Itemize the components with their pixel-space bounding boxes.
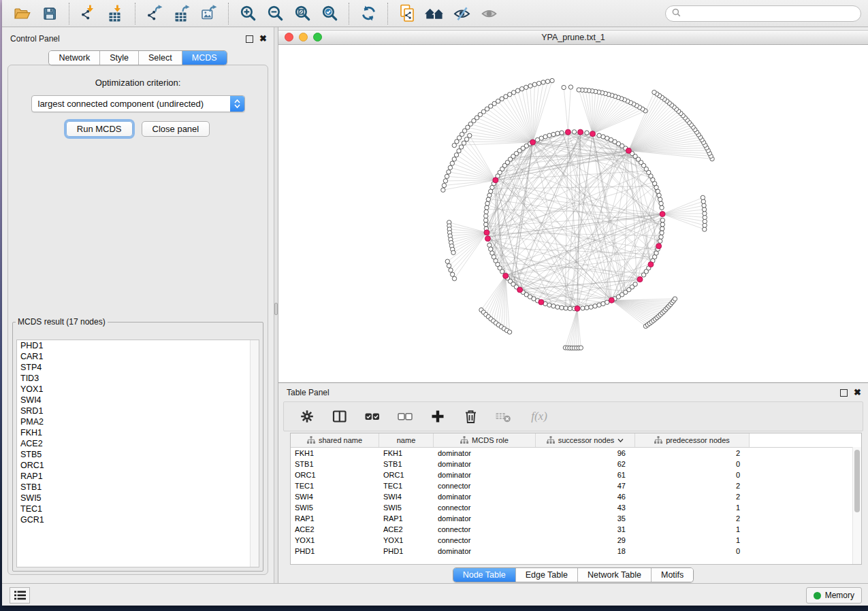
column-header-predecessor-nodes[interactable]: predecessor nodes: [635, 433, 750, 447]
column-header-name[interactable]: name: [379, 433, 434, 447]
mcds-node-item[interactable]: RAP1: [17, 471, 259, 482]
cell-_filler: [750, 524, 861, 535]
refresh-icon[interactable]: [357, 3, 379, 24]
export-image-icon[interactable]: [198, 3, 220, 24]
close-table-panel-icon[interactable]: ✖: [854, 389, 861, 396]
list-scrollbar-track[interactable]: [250, 340, 259, 567]
task-history-button[interactable]: [10, 587, 30, 604]
zoom-selected-icon[interactable]: [319, 3, 340, 24]
sort-chevron-icon: [617, 436, 624, 444]
table-row-YOX1[interactable]: YOX1YOX1connector291: [291, 535, 861, 546]
mcds-node-item[interactable]: ACE2: [17, 438, 259, 449]
run-mcds-button[interactable]: Run MCDS: [66, 121, 133, 137]
optimization-criterion-select[interactable]: largest connected component (undirected): [31, 95, 245, 112]
tab-style[interactable]: Style: [99, 51, 138, 65]
zoom-in-icon[interactable]: [237, 3, 259, 24]
table-row-SWI5[interactable]: SWI5SWI5connector431: [291, 502, 861, 513]
select-all-icon[interactable]: [364, 408, 381, 425]
tab-motifs[interactable]: Motifs: [651, 568, 693, 582]
mcds-node-item[interactable]: TEC1: [17, 503, 259, 514]
network-window-titlebar[interactable]: YPA_prune.txt_1: [278, 30, 868, 45]
mcds-node-item[interactable]: PMA2: [17, 416, 259, 427]
settings-icon[interactable]: [299, 408, 315, 425]
cell-_filler: [750, 459, 861, 469]
mcds-node-item[interactable]: STB1: [17, 482, 259, 493]
table-row-ACE2[interactable]: ACE2ACE2connector311: [291, 524, 861, 535]
cell-_filler: [750, 502, 861, 513]
hide-selected-icon[interactable]: [451, 3, 472, 24]
deselect-all-icon[interactable]: [397, 408, 413, 425]
node-table: shared namenameMCDS rolesuccessor nodesp…: [290, 433, 862, 565]
table-row-FKH1[interactable]: FKH1FKH1dominator962: [291, 448, 861, 459]
delete-column-icon[interactable]: [462, 408, 479, 425]
zoom-out-icon[interactable]: [264, 3, 286, 24]
cell-successor_nodes: 29: [536, 535, 635, 546]
table-row-ORC1[interactable]: ORC1ORC1dominator610: [291, 469, 861, 480]
table-row-STB1[interactable]: STB1STB1dominator620: [291, 459, 861, 469]
save-session-icon[interactable]: [39, 3, 61, 24]
close-panel-icon[interactable]: ✖: [259, 35, 267, 42]
splitter-grip[interactable]: [274, 303, 278, 315]
home-icon[interactable]: [423, 3, 445, 24]
cell-_filler: [750, 535, 861, 546]
mcds-node-item[interactable]: STP4: [17, 362, 259, 373]
column-header-successor-nodes[interactable]: successor nodes: [536, 433, 635, 447]
column-header-shared-name[interactable]: shared name: [291, 433, 379, 447]
memory-button[interactable]: Memory: [806, 587, 862, 604]
mcds-result-list[interactable]: PHD1CAR1STP4TID3YOX1SWI4SRD1PMA2FKH1ACE2…: [16, 340, 259, 567]
tab-select[interactable]: Select: [138, 51, 182, 65]
tab-edge-table[interactable]: Edge Table: [515, 568, 577, 582]
cell-predecessor_nodes: 2: [635, 491, 750, 502]
table-scrollbar-thumb[interactable]: [854, 450, 860, 512]
tab-node-table[interactable]: Node Table: [453, 568, 515, 582]
float-panel-icon[interactable]: [246, 35, 253, 43]
mcds-node-item[interactable]: SRD1: [17, 406, 259, 416]
mcds-node-item[interactable]: YOX1: [17, 384, 259, 395]
mcds-node-item[interactable]: TID3: [17, 373, 259, 384]
cell-predecessor_nodes: 0: [635, 459, 750, 469]
memory-status-icon: [814, 592, 821, 599]
export-table-icon[interactable]: [171, 3, 193, 24]
float-table-panel-icon[interactable]: [840, 389, 848, 397]
close-panel-button[interactable]: Close panel: [142, 121, 210, 137]
table-row-SWI4[interactable]: SWI4SWI4dominator462: [291, 491, 861, 502]
search-input[interactable]: [685, 8, 854, 19]
search-box[interactable]: [665, 5, 861, 22]
tab-network[interactable]: Network: [49, 51, 99, 65]
tab-mcds[interactable]: MCDS: [182, 51, 227, 65]
mcds-node-item[interactable]: CAR1: [17, 351, 259, 362]
toolbar-separator: [135, 3, 135, 24]
cell-_filler: [750, 448, 861, 459]
mcds-node-item[interactable]: SWI4: [17, 395, 259, 406]
mcds-node-item[interactable]: PHD1: [17, 340, 259, 351]
table-row-TEC1[interactable]: TEC1TEC1connector472: [291, 480, 861, 491]
mcds-node-item[interactable]: GCR1: [17, 514, 259, 525]
tab-network-table[interactable]: Network Table: [577, 568, 651, 582]
mcds-node-item[interactable]: SWI5: [17, 493, 259, 503]
cell-shared_name: RAP1: [291, 513, 379, 524]
clone-network-icon[interactable]: [396, 3, 418, 24]
cell-shared_name: YOX1: [291, 535, 379, 546]
vertical-splitter[interactable]: [274, 27, 278, 584]
column-header-MCDS-role[interactable]: MCDS role: [434, 433, 536, 447]
cell-_filler: [750, 546, 861, 557]
mcds-node-item[interactable]: ORC1: [17, 460, 259, 471]
table-header-row: shared namenameMCDS rolesuccessor nodesp…: [291, 433, 861, 448]
network-canvas[interactable]: [278, 45, 868, 382]
status-bar: Memory: [2, 583, 868, 606]
table-row-PHD1[interactable]: PHD1PHD1dominator180: [291, 546, 861, 557]
cell-name: SWI5: [379, 502, 434, 513]
show-all-icon[interactable]: [478, 3, 500, 24]
export-network-icon[interactable]: [144, 3, 165, 24]
mcds-node-item[interactable]: FKH1: [17, 427, 259, 438]
import-table-icon[interactable]: [105, 3, 127, 24]
add-column-icon[interactable]: [430, 408, 446, 425]
show-columns-icon[interactable]: [332, 408, 348, 425]
import-network-icon[interactable]: [78, 3, 99, 24]
cell-shared_name: PHD1: [291, 546, 379, 557]
open-session-icon[interactable]: [12, 3, 33, 24]
table-row-RAP1[interactable]: RAP1RAP1dominator352: [291, 513, 861, 524]
zoom-fit-icon[interactable]: [291, 3, 313, 24]
table-scrollbar[interactable]: [852, 447, 861, 564]
mcds-node-item[interactable]: STB5: [17, 449, 259, 460]
